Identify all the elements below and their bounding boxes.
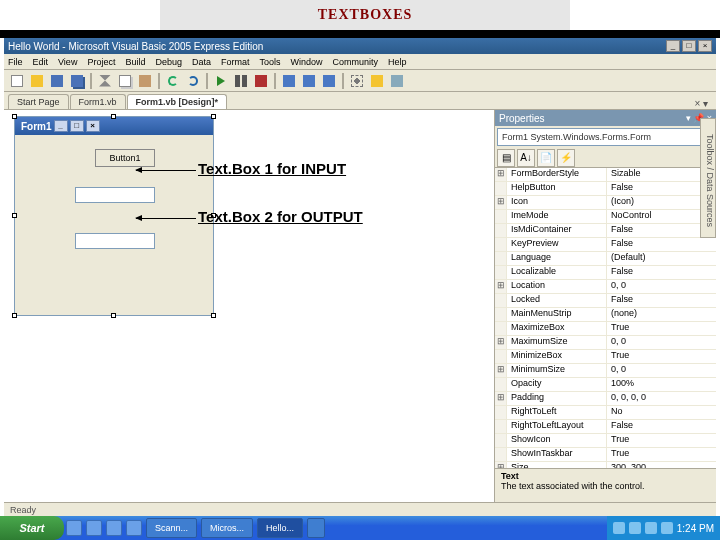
save-all-icon[interactable] — [68, 72, 86, 90]
property-row[interactable]: MaximizeBoxTrue — [495, 322, 716, 336]
expand-icon[interactable]: ⊞ — [495, 392, 507, 405]
resize-grip[interactable] — [211, 313, 216, 318]
menu-file[interactable]: File — [8, 57, 23, 67]
menu-window[interactable]: Window — [291, 57, 323, 67]
expand-icon[interactable]: ⊞ — [495, 280, 507, 293]
property-row[interactable]: ⊞Padding0, 0, 0, 0 — [495, 392, 716, 406]
textbox1-control[interactable] — [75, 187, 155, 203]
property-row[interactable]: Language(Default) — [495, 252, 716, 266]
tab-start-page[interactable]: Start Page — [8, 94, 69, 109]
property-value[interactable]: True — [607, 448, 716, 461]
expand-icon[interactable] — [495, 252, 507, 265]
property-value[interactable]: (Default) — [607, 252, 716, 265]
menu-community[interactable]: Community — [333, 57, 379, 67]
run-icon[interactable] — [212, 72, 230, 90]
expand-icon[interactable] — [495, 448, 507, 461]
menu-build[interactable]: Build — [125, 57, 145, 67]
property-row[interactable]: LockedFalse — [495, 294, 716, 308]
start-button[interactable]: Start — [0, 516, 64, 540]
properties-page-icon[interactable]: 📄 — [537, 149, 555, 167]
menu-format[interactable]: Format — [221, 57, 250, 67]
property-value[interactable]: 0, 0, 0, 0 — [607, 392, 716, 405]
property-row[interactable]: MainMenuStrip(none) — [495, 308, 716, 322]
new-project-icon[interactable] — [8, 72, 26, 90]
resize-grip[interactable] — [111, 114, 116, 119]
property-row[interactable]: RightToLeftLayoutFalse — [495, 420, 716, 434]
property-row[interactable]: ⊞MaximumSize0, 0 — [495, 336, 716, 350]
tray-icon[interactable] — [613, 522, 625, 534]
resize-grip[interactable] — [12, 213, 17, 218]
expand-icon[interactable] — [495, 294, 507, 307]
property-row[interactable]: IsMdiContainerFalse — [495, 224, 716, 238]
property-value[interactable]: 100% — [607, 378, 716, 391]
paste-icon[interactable] — [136, 72, 154, 90]
object-browser-icon[interactable] — [388, 72, 406, 90]
property-row[interactable]: ⊞Location0, 0 — [495, 280, 716, 294]
expand-icon[interactable] — [495, 224, 507, 237]
save-icon[interactable] — [48, 72, 66, 90]
taskbar-item[interactable] — [307, 518, 325, 538]
step-into-icon[interactable] — [280, 72, 298, 90]
expand-icon[interactable] — [495, 420, 507, 433]
property-row[interactable]: ⊞MinimumSize0, 0 — [495, 364, 716, 378]
minimize-icon[interactable]: _ — [666, 40, 680, 52]
menu-project[interactable]: Project — [87, 57, 115, 67]
property-row[interactable]: ⊞Icon(Icon) — [495, 196, 716, 210]
property-row[interactable]: MinimizeBoxTrue — [495, 350, 716, 364]
properties-object-selector[interactable]: Form1 System.Windows.Forms.Form — [497, 128, 714, 146]
tray-icon[interactable] — [661, 522, 673, 534]
property-row[interactable]: ⊞FormBorderStyleSizable — [495, 168, 716, 182]
taskbar-item[interactable]: Micros... — [201, 518, 253, 538]
tab-form1-design[interactable]: Form1.vb [Design]* — [127, 94, 228, 109]
expand-icon[interactable] — [495, 210, 507, 223]
expand-icon[interactable] — [495, 322, 507, 335]
expand-icon[interactable]: ⊞ — [495, 364, 507, 377]
tray-icon[interactable] — [629, 522, 641, 534]
step-over-icon[interactable] — [300, 72, 318, 90]
menu-help[interactable]: Help — [388, 57, 407, 67]
property-value[interactable]: True — [607, 322, 716, 335]
property-row[interactable]: ImeModeNoControl — [495, 210, 716, 224]
property-value[interactable]: False — [607, 420, 716, 433]
alphabetical-icon[interactable]: A↓ — [517, 149, 535, 167]
property-row[interactable]: HelpButtonFalse — [495, 182, 716, 196]
properties-icon[interactable] — [368, 72, 386, 90]
expand-icon[interactable]: ⊞ — [495, 196, 507, 209]
property-value[interactable]: No — [607, 406, 716, 419]
expand-icon[interactable] — [495, 378, 507, 391]
expand-icon[interactable] — [495, 350, 507, 363]
menu-debug[interactable]: Debug — [155, 57, 182, 67]
step-out-icon[interactable] — [320, 72, 338, 90]
events-icon[interactable]: ⚡ — [557, 149, 575, 167]
tray-icon[interactable] — [645, 522, 657, 534]
redo-icon[interactable] — [184, 72, 202, 90]
property-value[interactable]: 0, 0 — [607, 280, 716, 293]
stop-icon[interactable] — [252, 72, 270, 90]
property-row[interactable]: KeyPreviewFalse — [495, 238, 716, 252]
cut-icon[interactable] — [96, 72, 114, 90]
categorized-icon[interactable]: ▤ — [497, 149, 515, 167]
expand-icon[interactable] — [495, 308, 507, 321]
taskbar-item[interactable]: Scann... — [146, 518, 197, 538]
property-row[interactable]: Opacity100% — [495, 378, 716, 392]
expand-icon[interactable]: ⊞ — [495, 168, 507, 181]
property-value[interactable]: False — [607, 238, 716, 251]
menu-edit[interactable]: Edit — [33, 57, 49, 67]
property-value[interactable]: (none) — [607, 308, 716, 321]
property-value[interactable]: 0, 0 — [607, 336, 716, 349]
form-designer[interactable]: Form1 _ □ × Button1 — [14, 116, 214, 316]
undo-icon[interactable] — [164, 72, 182, 90]
expand-icon[interactable] — [495, 266, 507, 279]
expand-icon[interactable] — [495, 434, 507, 447]
menu-view[interactable]: View — [58, 57, 77, 67]
property-value[interactable]: True — [607, 350, 716, 363]
resize-grip[interactable] — [12, 313, 17, 318]
menu-tools[interactable]: Tools — [259, 57, 280, 67]
property-row[interactable]: ShowIconTrue — [495, 434, 716, 448]
expand-icon[interactable] — [495, 406, 507, 419]
close-icon[interactable]: × — [698, 40, 712, 52]
open-icon[interactable] — [28, 72, 46, 90]
textbox2-control[interactable] — [75, 233, 155, 249]
taskbar-item[interactable]: Hello... — [257, 518, 303, 538]
quick-launch-icon[interactable] — [106, 520, 122, 536]
